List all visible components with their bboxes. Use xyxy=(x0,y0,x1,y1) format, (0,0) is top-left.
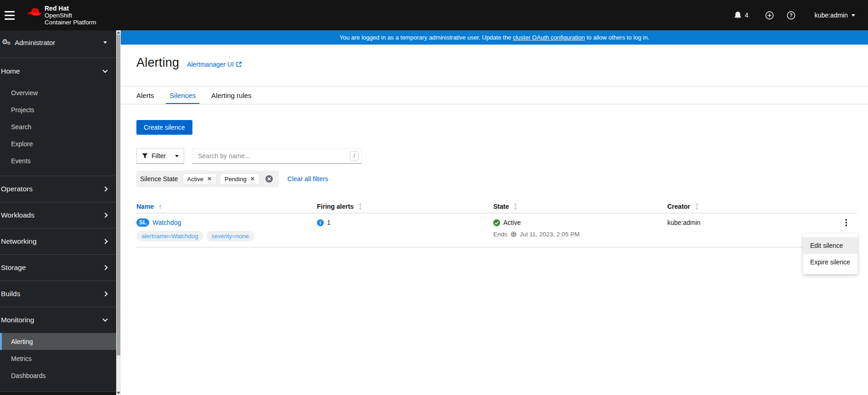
chevron-down-icon xyxy=(102,68,107,73)
tab-alerting-rules[interactable]: Alerting rules xyxy=(208,86,255,104)
remove-chip-icon[interactable]: ✕ xyxy=(207,176,212,182)
globe-icon xyxy=(511,231,517,237)
alertmanager-ui-link[interactable]: Alertmanager UI xyxy=(187,61,242,68)
sidebar-item-alerting[interactable]: Alerting xyxy=(0,333,116,350)
column-header-state[interactable]: State xyxy=(493,200,667,213)
column-header-creator[interactable]: Creator xyxy=(667,200,821,213)
menu-item-edit-silence[interactable]: Edit silence xyxy=(803,237,857,254)
sidebar-scrollbar[interactable] xyxy=(116,30,121,395)
active-filters-row: Silence State Active ✕ Pending ✕ Clear a… xyxy=(136,171,328,187)
label-chip-severity[interactable]: severity=none xyxy=(206,231,254,241)
state-cell: Active Ends Jul 11, 2023, 2:05 PM xyxy=(493,218,667,241)
chevron-right-icon xyxy=(102,265,107,270)
silences-table: Name ↑ Firing alerts State Creator SL xyxy=(136,200,857,247)
table-row: SL Watchdog alertname=Watchdog severity=… xyxy=(136,213,857,247)
caret-down-icon xyxy=(175,155,179,157)
notification-count: 4 xyxy=(745,11,749,19)
sidebar-item-metrics[interactable]: Metrics xyxy=(0,350,116,367)
notifications-button[interactable]: 4 xyxy=(734,11,749,19)
brand-line1: Red Hat xyxy=(45,5,96,12)
svg-text:?: ? xyxy=(789,13,792,18)
sidebar-item-monitoring[interactable]: Monitoring xyxy=(0,307,116,333)
kebab-menu-icon[interactable] xyxy=(843,217,850,228)
name-cell: SL Watchdog alertname=Watchdog severity=… xyxy=(136,218,317,241)
chevron-down-icon xyxy=(851,14,855,17)
redhat-fedora-icon xyxy=(28,8,41,17)
banner-text-before: You are logged in as a temporary adminis… xyxy=(339,34,513,41)
brand-logo: Red Hat OpenShift Container Platform xyxy=(28,5,96,26)
temp-admin-banner: You are logged in as a temporary adminis… xyxy=(121,30,868,45)
brand-line2: OpenShift xyxy=(45,12,96,19)
sidebar-item-operators[interactable]: Operators xyxy=(0,176,116,202)
sidebar-nav: ⚙⚙ Administrator Home Overview Projects … xyxy=(0,30,121,395)
sort-ascending-icon: ↑ xyxy=(158,203,162,210)
firing-alerts-cell: 1 xyxy=(317,218,493,241)
sidebar-item-dashboards[interactable]: Dashboards xyxy=(0,367,116,384)
bell-icon xyxy=(734,11,742,19)
page-title: Alerting xyxy=(136,56,179,70)
sort-both-icon xyxy=(358,203,362,210)
scrollbar-thumb[interactable] xyxy=(117,34,120,355)
column-header-firing-alerts[interactable]: Firing alerts xyxy=(317,200,493,213)
app-launcher-icon[interactable] xyxy=(708,11,716,20)
tab-alerts[interactable]: Alerts xyxy=(133,86,158,104)
sidebar-item-events[interactable]: Events xyxy=(0,152,116,169)
sort-both-icon xyxy=(513,203,518,210)
silence-resource-badge: SL xyxy=(136,218,149,227)
chevron-right-icon xyxy=(102,186,107,191)
label-chip-alertname[interactable]: alertname=Watchdog xyxy=(136,231,203,241)
tabs: Alerts Silences Alerting rules xyxy=(133,86,264,104)
filter-toolbar: Filter / xyxy=(136,148,362,164)
sidebar-item-search[interactable]: Search xyxy=(0,118,116,135)
clear-all-filters-link[interactable]: Clear all filters xyxy=(287,175,328,183)
sidebar-item-overview[interactable]: Overview xyxy=(0,84,116,101)
silence-name-link[interactable]: Watchdog xyxy=(152,219,181,226)
username: kube:admin xyxy=(815,11,848,19)
row-actions-menu: Edit silence Expire silence xyxy=(803,234,857,274)
tabs-divider xyxy=(121,104,868,104)
info-circle-icon xyxy=(317,219,324,226)
search-shortcut-hint: / xyxy=(350,151,359,160)
chip-pending: Pending ✕ xyxy=(220,173,259,184)
remove-chip-icon[interactable]: ✕ xyxy=(250,176,255,182)
chevron-right-icon xyxy=(102,212,107,218)
sidebar-item-storage[interactable]: Storage xyxy=(0,254,116,281)
cluster-oauth-link[interactable]: cluster OAuth configuration xyxy=(513,34,585,41)
menu-item-expire-silence[interactable]: Expire silence xyxy=(803,254,857,270)
search-input[interactable] xyxy=(192,148,362,164)
brand-line3: Container Platform xyxy=(45,19,96,26)
chip-active: Active ✕ xyxy=(183,173,216,184)
sidebar-item-explore[interactable]: Explore xyxy=(0,135,116,152)
sidebar-item-builds[interactable]: Builds xyxy=(0,281,116,307)
chip-group-label: Silence State xyxy=(140,175,178,183)
sidebar-item-workloads[interactable]: Workloads xyxy=(0,202,116,228)
external-link-icon xyxy=(236,62,242,67)
chevron-right-icon xyxy=(102,291,107,296)
perspective-label: Administrator xyxy=(15,39,55,46)
banner-text-after: to allow others to log in. xyxy=(585,34,649,41)
clear-chip-group-icon[interactable] xyxy=(265,175,273,183)
table-header-row: Name ↑ Firing alerts State Creator xyxy=(136,200,857,213)
masthead: Red Hat OpenShift Container Platform 4 ?… xyxy=(0,0,868,30)
silence-state-chip-group: Silence State Active ✕ Pending ✕ xyxy=(136,171,279,187)
sidebar-item-projects[interactable]: Projects xyxy=(0,101,116,118)
create-silence-button[interactable]: Create silence xyxy=(136,120,192,135)
perspective-switcher[interactable]: ⚙⚙ Administrator xyxy=(0,30,116,54)
tab-silences[interactable]: Silences xyxy=(166,86,199,104)
user-menu[interactable]: kube:admin xyxy=(815,11,855,19)
sidebar-bottom-divider xyxy=(0,391,116,395)
sidebar-item-networking[interactable]: Networking xyxy=(0,228,116,254)
sidebar-item-home[interactable]: Home xyxy=(0,58,116,84)
hamburger-menu-icon[interactable] xyxy=(5,7,20,23)
column-header-name[interactable]: Name ↑ xyxy=(136,200,317,213)
check-circle-icon xyxy=(493,219,500,226)
chevron-right-icon xyxy=(102,239,107,244)
creator-cell: kube:admin xyxy=(667,218,821,241)
help-icon[interactable]: ? xyxy=(787,11,795,20)
chevron-down-icon xyxy=(102,316,107,321)
import-yaml-plus-icon[interactable] xyxy=(765,11,774,20)
caret-down-icon xyxy=(103,41,107,44)
filter-dropdown[interactable]: Filter xyxy=(136,148,184,164)
main-content: Alerting Alertmanager UI Alerts Silences… xyxy=(121,45,868,395)
cogs-icon: ⚙⚙ xyxy=(2,38,13,47)
